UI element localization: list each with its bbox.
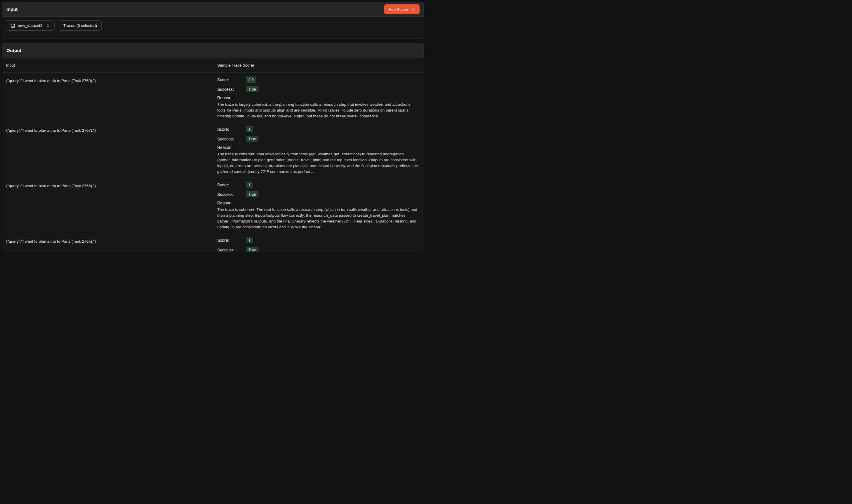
reason-text: The trace is coherent: data flows logica…: [217, 151, 419, 175]
score-label: Score:: [217, 77, 246, 82]
chevrons-up-down-icon: [46, 24, 50, 28]
success-badge: True: [246, 136, 258, 142]
reason-label: Reason:: [217, 145, 419, 151]
success-label: Success:: [217, 192, 246, 197]
table-row[interactable]: {"query":"I want to plan a trip to Paris…: [2, 122, 424, 178]
reason-text: The trace is largely coherent: a trip-pl…: [217, 102, 419, 119]
input-panel-header: Input Run Scorer: [2, 2, 424, 17]
success-badge: True: [246, 247, 258, 252]
success-badge: True: [246, 191, 258, 197]
run-scorer-label: Run Scorer: [388, 7, 409, 12]
traces-select-button[interactable]: Traces (5 selected): [59, 20, 102, 31]
success-label: Success:: [217, 87, 246, 92]
database-icon: [11, 23, 15, 28]
reason-text: The trace is coherent. The root function…: [217, 207, 419, 230]
traces-select-label: Traces (5 selected): [64, 23, 97, 28]
success-label: Success:: [217, 248, 246, 252]
score-badge: 1: [246, 126, 253, 132]
output-panel-title: Output: [6, 48, 21, 53]
score-badge: 1: [246, 237, 253, 243]
row-scorer-cell: Score:1 Success:True Reason:: [217, 233, 424, 252]
play-icon: [411, 7, 415, 12]
reason-label: Reason:: [217, 201, 419, 206]
output-panel: Output Input Sample Trace Scorer {"query…: [2, 43, 424, 252]
score-badge: 0.9: [246, 76, 256, 83]
score-label: Score:: [217, 238, 246, 242]
input-panel: Input Run Scorer new_dataset2 Traces (5 …: [2, 2, 424, 39]
success-badge: True: [246, 86, 258, 92]
table-row[interactable]: {"query":"I want to plan a trip to Paris…: [2, 73, 424, 122]
score-label: Score:: [217, 182, 246, 187]
input-panel-body: new_dataset2 Traces (5 selected): [2, 17, 424, 34]
row-input-query: {"query":"I want to plan a trip to Paris…: [2, 73, 217, 122]
input-panel-title: Input: [6, 7, 18, 12]
row-scorer-cell: Score:1 Success:True Reason: The trace i…: [217, 178, 424, 233]
row-input-query: {"query":"I want to plan a trip to Paris…: [2, 122, 217, 178]
score-label: Score:: [217, 127, 246, 132]
column-header-input: Input: [2, 63, 217, 68]
table-row[interactable]: {"query":"I want to plan a trip to Paris…: [2, 178, 424, 233]
row-scorer-cell: Score:1 Success:True Reason: The trace i…: [217, 122, 424, 178]
score-badge: 1: [246, 182, 253, 188]
table-row[interactable]: {"query":"I want to plan a trip to Paris…: [2, 233, 424, 252]
row-scorer-cell: Score:0.9 Success:True Reason: The trace…: [217, 73, 424, 122]
dataset-select[interactable]: new_dataset2: [6, 20, 55, 31]
output-panel-header: Output: [2, 43, 424, 58]
results-table-header: Input Sample Trace Scorer: [2, 58, 424, 73]
row-input-query: {"query":"I want to plan a trip to Paris…: [2, 233, 217, 252]
dataset-select-value: new_dataset2: [18, 23, 42, 28]
run-scorer-button[interactable]: Run Scorer: [384, 4, 420, 14]
row-input-query: {"query":"I want to plan a trip to Paris…: [2, 178, 217, 233]
reason-label: Reason:: [217, 95, 419, 101]
success-label: Success:: [217, 137, 246, 141]
column-header-scorer: Sample Trace Scorer: [217, 63, 424, 68]
